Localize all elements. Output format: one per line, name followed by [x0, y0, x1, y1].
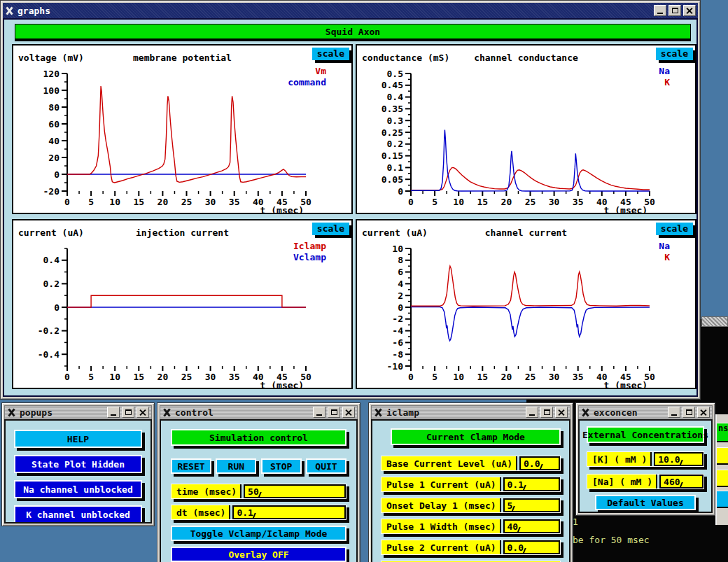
- svg-text:35: 35: [573, 197, 584, 207]
- iclamp-content: Current Clamp Mode Base Current Level (u…: [371, 419, 570, 562]
- maximize-button[interactable]: [668, 5, 681, 16]
- minimize-button[interactable]: [313, 407, 326, 418]
- run-button[interactable]: RUN: [216, 458, 256, 474]
- svg-text:20: 20: [501, 197, 512, 207]
- close-icon[interactable]: [136, 407, 149, 418]
- svg-text:20: 20: [158, 372, 169, 382]
- field-label: Pulse 1 Width (msec): [382, 519, 501, 533]
- control-content: Simulation control RESET RUN STOP QUIT t…: [160, 419, 358, 562]
- pulse1-current-row: Pulse 1 Current (uA) 0.1: [381, 477, 561, 492]
- default-values-button[interactable]: Default Values: [595, 495, 696, 510]
- k-channel-block-button[interactable]: K channel unblocked: [14, 505, 142, 524]
- minimize-button[interactable]: [107, 407, 120, 418]
- iclamp-titlebar[interactable]: iclamp: [371, 405, 570, 419]
- graphs-titlebar[interactable]: graphs: [3, 3, 698, 18]
- base-current-row: Base Current Level (uA) 0.0: [381, 456, 561, 471]
- field-label: Pulse 1 Current (uA): [382, 477, 501, 491]
- stop-button[interactable]: STOP: [261, 458, 302, 474]
- maximize-button[interactable]: [122, 407, 134, 418]
- state-plot-toggle-button[interactable]: State Plot Hidden: [14, 455, 142, 473]
- hidden-window-button-fragment: [717, 491, 728, 508]
- na-concentration-input[interactable]: 460: [659, 475, 704, 489]
- svg-text:20: 20: [48, 153, 59, 163]
- scale-button[interactable]: scale: [656, 223, 693, 235]
- scale-button[interactable]: scale: [312, 223, 349, 235]
- close-icon[interactable]: [683, 5, 696, 16]
- series-Iclamp: [67, 295, 306, 307]
- svg-text:10: 10: [453, 197, 464, 207]
- graph-panel-injection-current: -0.4-0.200.20.405101520253035404550t (ms…: [12, 219, 353, 389]
- exconcen-window: exconcen External Concentrations [K] ( m…: [575, 402, 715, 516]
- onset-delay1-input[interactable]: 5: [503, 498, 560, 512]
- close-icon[interactable]: [342, 407, 355, 418]
- close-icon[interactable]: [697, 407, 710, 418]
- squid-axon-banner: Squid Axon: [15, 24, 691, 41]
- chart-title: channel current: [357, 227, 695, 238]
- svg-text:25: 25: [525, 197, 536, 207]
- scale-button[interactable]: scale: [312, 48, 349, 60]
- toggle-vclamp-iclamp-button[interactable]: Toggle Vclamp/Iclamp Mode: [171, 526, 346, 541]
- svg-text:30: 30: [205, 197, 216, 207]
- hidden-window-edge-fragment: ns: [715, 414, 728, 525]
- pulse1-width-input[interactable]: 40: [503, 519, 560, 533]
- legend-item: Vclamp: [293, 252, 326, 263]
- x-axis-label: t (msec): [260, 205, 304, 213]
- overlay-toggle-button[interactable]: Overlay OFF: [171, 547, 346, 562]
- x11-logo-icon: [5, 6, 14, 15]
- close-icon[interactable]: [555, 407, 568, 418]
- window-title: control: [175, 407, 214, 418]
- dt-input[interactable]: 0.1: [232, 505, 346, 519]
- hidden-window-banner-fragment: ns: [717, 423, 728, 442]
- maximize-button[interactable]: [328, 407, 340, 418]
- window-title: graphs: [18, 6, 50, 16]
- quit-button[interactable]: QUIT: [306, 458, 346, 474]
- svg-text:20: 20: [158, 197, 169, 207]
- field-label: time (msec): [172, 484, 241, 498]
- x-axis-label: t (msec): [260, 380, 304, 388]
- field-label: [K] ( mM ): [587, 452, 652, 466]
- time-input[interactable]: 50: [244, 484, 346, 498]
- svg-text:10: 10: [392, 244, 403, 254]
- svg-text:20: 20: [501, 372, 512, 382]
- svg-text:-2: -2: [392, 314, 403, 324]
- series-Na: [411, 130, 650, 191]
- svg-text:5: 5: [88, 197, 94, 207]
- reset-button[interactable]: RESET: [171, 458, 211, 474]
- pulse2-current-row: Pulse 2 Current (uA) 0.0: [381, 540, 561, 555]
- base-current-input[interactable]: 0.0: [519, 456, 560, 470]
- svg-text:10: 10: [109, 197, 120, 207]
- maximize-button[interactable]: [682, 407, 695, 418]
- maximize-button[interactable]: [540, 407, 553, 418]
- legend-item: command: [288, 77, 326, 88]
- window-title: iclamp: [386, 407, 419, 418]
- svg-text:0.4: 0.4: [387, 92, 404, 102]
- popups-window: popups HELP State Plot Hidden Na channel…: [1, 402, 155, 526]
- time-field-row: time (msec) 50: [171, 484, 346, 499]
- control-titlebar[interactable]: control: [160, 405, 358, 419]
- svg-text:6: 6: [398, 267, 403, 277]
- na-channel-block-button[interactable]: Na channel unblocked: [14, 480, 142, 498]
- svg-text:35: 35: [229, 372, 240, 382]
- iclamp-window: iclamp Current Clamp Mode Base Current L…: [368, 402, 573, 562]
- popups-titlebar[interactable]: popups: [4, 405, 152, 419]
- svg-text:-20: -20: [43, 186, 60, 197]
- svg-text:0: 0: [64, 197, 70, 207]
- svg-text:0.4: 0.4: [43, 255, 60, 265]
- pulse2-current-input[interactable]: 0.0: [503, 540, 560, 554]
- svg-text:0.3: 0.3: [387, 115, 403, 126]
- svg-text:0.45: 0.45: [382, 80, 403, 90]
- svg-text:0: 0: [398, 302, 403, 313]
- field-label: dt (msec): [172, 505, 230, 519]
- scale-button[interactable]: scale: [656, 48, 693, 60]
- field-label: Base Current Level (uA): [382, 456, 517, 470]
- minimize-button[interactable]: [668, 407, 680, 418]
- exconcen-titlebar[interactable]: exconcen: [578, 405, 713, 419]
- chart-plot: -10-8-6-4-2024681005101520253035404550t …: [357, 220, 695, 388]
- onset-delay1-row: Onset Delay 1 (msec) 5: [381, 498, 561, 513]
- k-concentration-input[interactable]: 10.0: [654, 452, 704, 466]
- minimize-button[interactable]: [654, 5, 666, 16]
- graph-panel-channel-conductance: 00.050.10.150.20.250.30.350.40.450.50510…: [356, 44, 696, 214]
- pulse1-current-input[interactable]: 0.1: [503, 477, 560, 491]
- help-button[interactable]: HELP: [14, 430, 142, 448]
- minimize-button[interactable]: [526, 407, 538, 418]
